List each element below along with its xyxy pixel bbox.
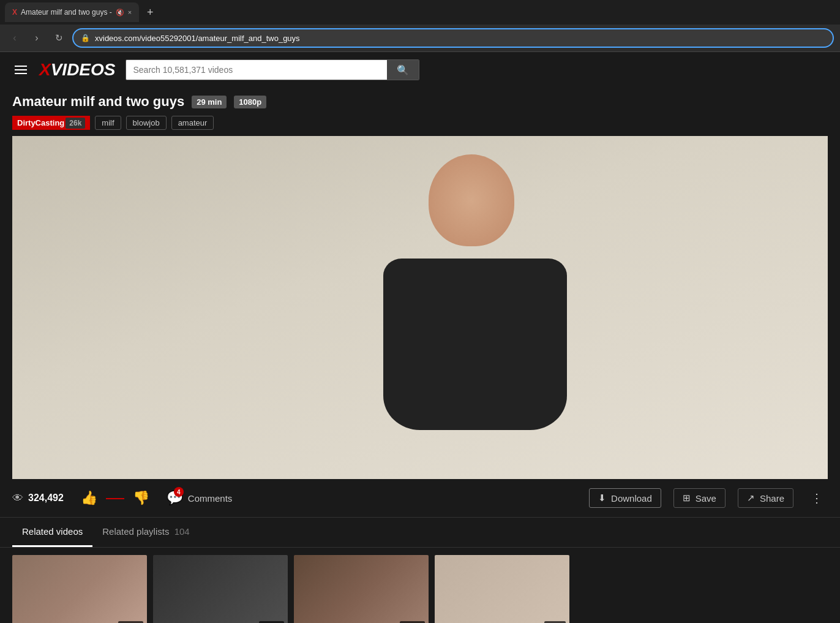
playlists-count: 104 [174, 526, 190, 537]
save-button[interactable]: ⊞ Save [673, 488, 726, 508]
search-icon: 🔍 [397, 64, 409, 76]
search-input[interactable] [126, 60, 387, 80]
site-header: XVIDEOS 🔍 [0, 52, 840, 88]
share-label: Share [760, 493, 784, 504]
address-bar-input[interactable] [95, 34, 825, 43]
votes-indicator [106, 498, 124, 499]
scene-shirt [383, 259, 567, 430]
download-label: Download [611, 493, 652, 504]
tag-amateur[interactable]: amateur [171, 116, 214, 130]
active-tab[interactable]: X Amateur milf and two guys - 🔇 × [5, 2, 139, 22]
tab-close-button[interactable]: × [128, 9, 132, 16]
tag-blowjob[interactable]: blowjob [126, 116, 167, 130]
comments-button[interactable]: 💬 4 Comments [167, 490, 233, 506]
thumb-bg-3 [294, 555, 429, 623]
eye-icon: 👁 [12, 492, 23, 505]
channel-tag[interactable]: DirtyCasting26k [12, 116, 90, 130]
thumbs-down-button[interactable]: 👎 [128, 488, 154, 508]
video-player-container [12, 136, 828, 479]
related-thumb-3[interactable]: 1080p [294, 555, 429, 623]
tag-milf[interactable]: milf [95, 116, 121, 130]
views-container: 👁 324,492 [12, 492, 64, 505]
share-button[interactable]: ↗ Share [738, 488, 793, 508]
new-tab-button[interactable]: + [141, 4, 159, 21]
tab-favicon: X [12, 8, 17, 17]
lock-icon: 🔒 [81, 34, 90, 42]
more-options-button[interactable]: ⋮ [806, 488, 828, 508]
video-info: Amateur milf and two guys 29 min 1080p D… [0, 88, 840, 136]
tabs-bar: X Amateur milf and two guys - 🔇 × + [0, 0, 840, 25]
quality-badge: 1080p [234, 96, 266, 108]
thumb-bg-4 [435, 555, 569, 623]
hamburger-line-2 [15, 69, 27, 70]
hamburger-line-3 [15, 73, 27, 74]
tab-related-playlists[interactable]: Related playlists 104 [92, 518, 199, 547]
comments-label: Comments [188, 493, 233, 504]
site-content: XVIDEOS 🔍 Amateur milf and two guys 29 m… [0, 52, 840, 623]
related-tabs: Related videos Related playlists 104 [0, 518, 840, 548]
channel-count: 26k [66, 118, 85, 129]
thumbs-up-button[interactable]: 👍 [76, 488, 102, 508]
scene-head [429, 154, 514, 246]
save-icon: ⊞ [683, 493, 691, 504]
share-icon: ↗ [747, 493, 755, 504]
tags-row: DirtyCasting26k milf blowjob amateur [12, 116, 828, 130]
thumb-bg-2 [153, 555, 288, 623]
related-thumbnails: 1080p 1080p 1080p 360p [0, 548, 840, 623]
vote-buttons: 👍 👎 [76, 488, 154, 508]
related-thumb-4[interactable]: 360p [435, 555, 569, 623]
forward-button[interactable]: › [28, 29, 45, 47]
view-count: 324,492 [28, 493, 64, 504]
playlists-tab-label: Related playlists [102, 526, 169, 537]
tab-related-videos[interactable]: Related videos [12, 518, 92, 547]
logo-x: X [39, 60, 51, 79]
duration-badge: 29 min [192, 96, 227, 108]
video-title-row: Amateur milf and two guys 29 min 1080p [12, 94, 828, 110]
search-container: 🔍 [126, 59, 419, 80]
related-thumb-2[interactable]: 1080p [153, 555, 288, 623]
tab-mute-icon[interactable]: 🔇 [116, 9, 124, 17]
browser-chrome: X Amateur milf and two guys - 🔇 × + ‹ › … [0, 0, 840, 52]
hamburger-line-1 [15, 66, 27, 67]
video-player[interactable] [12, 136, 828, 479]
reload-button[interactable]: ↻ [50, 29, 67, 47]
channel-name: DirtyCasting [17, 118, 64, 127]
comment-count-badge: 4 [174, 487, 184, 497]
download-button[interactable]: ⬇ Download [589, 488, 661, 508]
tab-title-text: Amateur milf and two guys - [21, 8, 112, 17]
thumb-bg-1 [12, 555, 147, 623]
search-button[interactable]: 🔍 [387, 60, 419, 80]
save-label: Save [696, 493, 716, 504]
logo-videos: VIDEOS [51, 60, 116, 79]
video-title: Amateur milf and two guys [12, 94, 184, 110]
download-icon: ⬇ [598, 493, 606, 504]
logo[interactable]: XVIDEOS [39, 60, 116, 80]
address-bar-container[interactable]: 🔒 [72, 28, 834, 48]
back-button[interactable]: ‹ [6, 29, 23, 47]
navigation-bar: ‹ › ↻ 🔒 [0, 25, 840, 51]
related-thumb-1[interactable]: 1080p [12, 555, 147, 623]
hamburger-menu[interactable] [12, 63, 29, 77]
stats-bar: 👁 324,492 👍 👎 💬 4 Comments ⬇ Download ⊞ … [0, 479, 840, 518]
